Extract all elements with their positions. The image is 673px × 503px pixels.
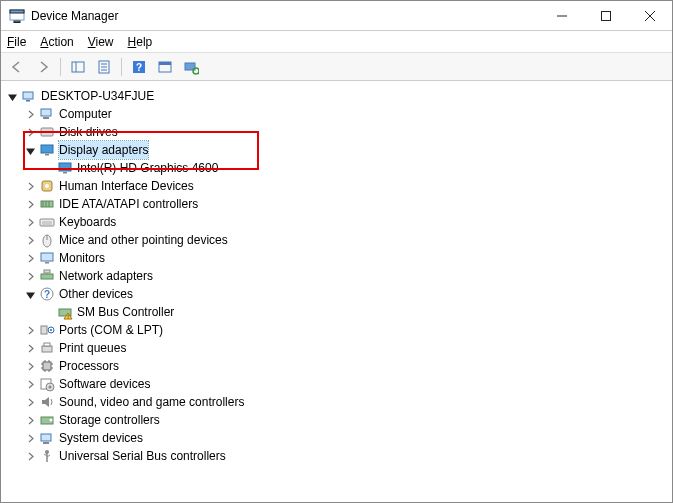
expander-icon[interactable] [23,269,37,283]
tree-item-label: Computer [59,105,112,123]
svg-rect-55 [43,362,51,370]
tree-item-label: Disk drives [59,123,118,141]
tree-item-cpu[interactable]: Processors [5,357,668,375]
tree-item-label: Monitors [59,249,105,267]
tree-item-ide[interactable]: IDE ATA/ATAPI controllers [5,195,668,213]
tree-item-label: Ports (COM & LPT) [59,321,163,339]
svg-rect-16 [159,62,171,65]
tree-item-computer-icon [39,106,55,122]
expander-icon[interactable] [23,107,37,121]
svg-text:?: ? [44,289,50,300]
tree-item-label: Software devices [59,375,150,393]
expander-icon[interactable] [23,143,37,157]
tree-item-keyboard[interactable]: Keyboards [5,213,668,231]
tree-item-label: IDE ATA/ATAPI controllers [59,195,198,213]
tree-item-mouse[interactable]: Mice and other pointing devices [5,231,668,249]
menu-help[interactable]: Help [128,35,153,49]
svg-point-31 [45,184,49,188]
tree-item-label: Display adapters [59,141,148,159]
tree-item-label: Other devices [59,285,133,303]
expander-icon[interactable] [23,125,37,139]
tree-item-label: Sound, video and game controllers [59,393,244,411]
svg-point-25 [50,131,52,133]
tree-root[interactable]: DESKTOP-U34FJUE [5,87,668,105]
svg-rect-2 [14,21,20,23]
tree-item-label: DESKTOP-U34FJUE [41,87,154,105]
maximize-button[interactable] [584,1,628,31]
show-hide-tree-button[interactable] [66,56,90,78]
forward-button[interactable] [31,56,55,78]
svg-rect-4 [602,11,611,20]
tree-item-sound[interactable]: Sound, video and game controllers [5,393,668,411]
svg-rect-41 [41,253,53,261]
tree-item-other-icon: ? [39,286,55,302]
tree-item-hid[interactable]: Human Interface Devices [5,177,668,195]
svg-rect-50 [41,326,47,334]
svg-rect-27 [45,154,49,156]
expander-icon[interactable] [23,179,37,193]
menu-file[interactable]: File [7,35,26,49]
help-button[interactable]: ? [127,56,151,78]
menu-action[interactable]: Action [40,35,73,49]
tree-item-system[interactable]: System devices [5,429,668,447]
svg-rect-42 [45,262,49,264]
tree-item-storage-icon [39,412,55,428]
expander-icon[interactable] [23,377,37,391]
expander-icon[interactable] [23,431,37,445]
tree-item-other[interactable]: ?Other devices [5,285,668,303]
tree-item-storage[interactable]: Storage controllers [5,411,668,429]
tree-item-network[interactable]: Network adapters [5,267,668,285]
close-button[interactable] [628,1,672,31]
tree-item-soft[interactable]: Software devices [5,375,668,393]
tree-root-icon [21,88,37,104]
tree-child-item[interactable]: Intel(R) HD Graphics 4600 [5,159,668,177]
scan-hardware-button[interactable] [153,56,177,78]
expander-icon [41,161,55,175]
expander-icon[interactable] [23,395,37,409]
expander-icon[interactable] [23,359,37,373]
tree-item-hid-icon [39,178,55,194]
tree-item-usb[interactable]: Universal Serial Bus controllers [5,447,668,465]
expander-icon[interactable] [23,197,37,211]
toolbar-separator [121,58,122,76]
tree-item-disk-icon [39,124,55,140]
svg-rect-29 [63,172,67,174]
expander-icon[interactable] [23,251,37,265]
device-tree[interactable]: DESKTOP-U34FJUEComputerDisk drivesDispla… [1,81,672,503]
menubar: File Action View Help [1,31,672,53]
svg-rect-23 [43,117,49,119]
tree-item-label: Universal Serial Bus controllers [59,447,226,465]
menu-view[interactable]: View [88,35,114,49]
tree-item-sound-icon [39,394,55,410]
tree-item-monitor[interactable]: Monitors [5,249,668,267]
expander-icon[interactable] [23,413,37,427]
tree-item-computer[interactable]: Computer [5,105,668,123]
svg-rect-53 [42,346,52,352]
tree-item-printq[interactable]: Print queues [5,339,668,357]
properties-button[interactable] [92,56,116,78]
expander-icon[interactable] [23,449,37,463]
svg-rect-69 [41,434,51,441]
tree-item-label: Intel(R) HD Graphics 4600 [77,159,218,177]
expander-icon[interactable] [23,233,37,247]
minimize-button[interactable] [540,1,584,31]
svg-line-19 [198,73,199,74]
tree-item-display[interactable]: Display adapters [5,141,668,159]
expander-icon[interactable] [23,287,37,301]
expander-icon[interactable] [23,323,37,337]
svg-rect-22 [41,109,51,116]
tree-item-port[interactable]: Ports (COM & LPT) [5,321,668,339]
tree-child-item-icon [57,160,73,176]
expander-icon[interactable] [23,341,37,355]
expander-icon[interactable] [23,215,37,229]
tree-item-disk[interactable]: Disk drives [5,123,668,141]
expander-icon[interactable] [5,89,19,103]
back-button[interactable] [5,56,29,78]
tree-child-item[interactable]: !SM Bus Controller [5,303,668,321]
scan-icon-button[interactable] [179,56,203,78]
tree-item-label: Print queues [59,339,126,357]
tree-item-label: Keyboards [59,213,116,231]
tree-item-label: Processors [59,357,119,375]
svg-rect-26 [41,145,53,153]
svg-point-68 [50,419,53,422]
